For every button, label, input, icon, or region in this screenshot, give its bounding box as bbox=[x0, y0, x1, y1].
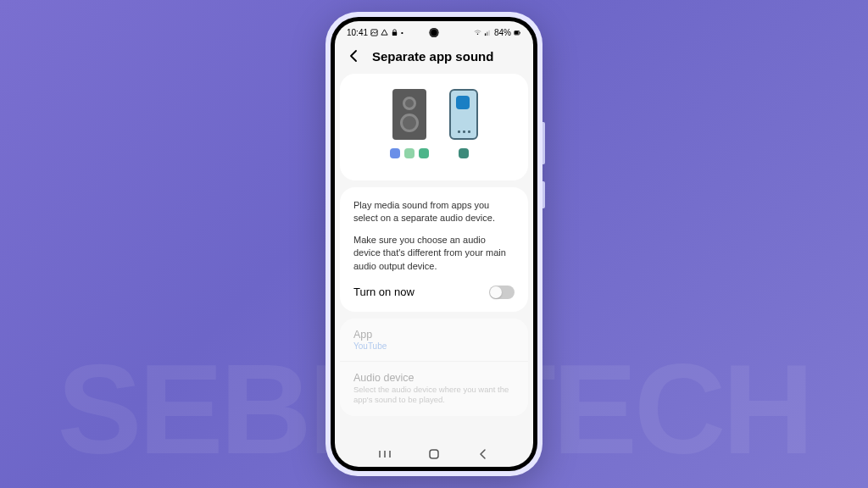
illustration-card bbox=[340, 74, 528, 180]
turn-on-now-switch[interactable] bbox=[489, 286, 515, 299]
svg-rect-7 bbox=[515, 31, 519, 35]
wifi-icon bbox=[474, 29, 481, 36]
svg-point-2 bbox=[477, 34, 479, 36]
phone-side-button-power bbox=[542, 181, 545, 208]
svg-rect-4 bbox=[487, 31, 487, 36]
nav-recents-button[interactable] bbox=[372, 446, 398, 462]
phone-frame: 10:41 • bbox=[326, 12, 542, 476]
page-title: Separate app sound bbox=[372, 49, 493, 64]
description-card: Play media sound from apps you select on… bbox=[340, 187, 528, 312]
lock-icon bbox=[391, 29, 398, 36]
audio-device-setting-row[interactable]: Audio device Select the audio device whe… bbox=[340, 361, 528, 416]
front-camera-cutout bbox=[430, 28, 439, 37]
speaker-illustration bbox=[392, 89, 426, 140]
page-header: Separate app sound bbox=[335, 43, 533, 74]
app-setting-title: App bbox=[353, 329, 515, 341]
svg-rect-8 bbox=[520, 32, 520, 34]
status-time: 10:41 bbox=[347, 28, 368, 37]
description-paragraph-2: Make sure you choose an audio device tha… bbox=[353, 234, 515, 273]
phone-illustration bbox=[449, 89, 478, 140]
battery-icon bbox=[514, 29, 521, 36]
svg-rect-12 bbox=[430, 450, 438, 458]
nav-home-button[interactable] bbox=[421, 446, 447, 462]
svg-rect-3 bbox=[485, 33, 486, 36]
image-icon bbox=[370, 29, 378, 36]
app-setting-value: YouTube bbox=[353, 341, 515, 351]
status-battery-text: 84% bbox=[494, 28, 511, 37]
back-button[interactable] bbox=[347, 48, 362, 64]
status-dot: • bbox=[401, 29, 403, 36]
navigation-bar bbox=[335, 441, 533, 467]
svg-rect-1 bbox=[392, 31, 397, 36]
speaker-apps-dots bbox=[390, 148, 429, 158]
phone-app-dot bbox=[459, 148, 469, 158]
app-setting-row[interactable]: App YouTube bbox=[340, 319, 528, 361]
signal-icon bbox=[484, 29, 492, 36]
phone-side-button-volume bbox=[542, 122, 545, 164]
phone-screen: 10:41 • bbox=[335, 21, 533, 467]
nav-back-button[interactable] bbox=[470, 446, 496, 462]
turn-on-now-row[interactable]: Turn on now bbox=[353, 281, 515, 300]
settings-group: App YouTube Audio device Select the audi… bbox=[340, 319, 528, 416]
audio-device-setting-desc: Select the audio device where you want t… bbox=[353, 385, 515, 406]
audio-device-setting-title: Audio device bbox=[353, 372, 515, 384]
content-area: Play media sound from apps you select on… bbox=[335, 74, 533, 441]
description-paragraph-1: Play media sound from apps you select on… bbox=[353, 199, 515, 225]
svg-rect-5 bbox=[488, 30, 489, 35]
turn-on-now-label: Turn on now bbox=[353, 285, 415, 300]
warning-icon bbox=[381, 29, 388, 36]
